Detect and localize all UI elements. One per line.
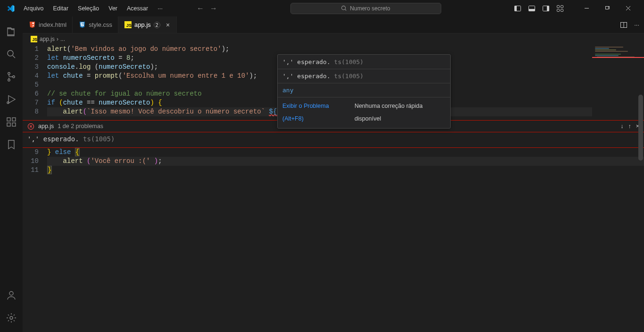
hover-view-problem-link[interactable]: Exibir o Problema (Alt+F8)	[282, 100, 348, 125]
peek-body: ',' esperado. ts(1005)	[23, 132, 644, 148]
svg-rect-11	[561, 9, 563, 11]
nav-history: ← →	[197, 4, 217, 13]
tab-label: app.js	[134, 21, 151, 28]
breadcrumb-rest: ...	[60, 36, 65, 42]
vertical-scrollbar[interactable]	[637, 33, 644, 332]
tab-error-count: 2	[154, 22, 160, 28]
peek-prev-icon[interactable]: ↑	[628, 123, 631, 130]
activity-run-debug[interactable]	[0, 88, 23, 111]
menu-arquivo[interactable]: Arquivo	[20, 3, 47, 14]
tabs-row: index.html style.css JS app.js 2 × ···	[23, 16, 644, 33]
svg-rect-5	[529, 9, 535, 11]
hover-widget: ',' esperado. ts(1005) ',' esperado. ts(…	[277, 54, 451, 129]
svg-rect-23	[7, 123, 10, 126]
svg-text:JS: JS	[33, 37, 38, 42]
scrollbar-thumb[interactable]	[638, 95, 643, 161]
svg-rect-7	[547, 6, 549, 11]
menu-editar[interactable]: Editar	[49, 3, 72, 14]
peek-file: app.js	[38, 123, 54, 130]
window-minimize[interactable]	[576, 1, 597, 16]
breadcrumb-file: app.js	[40, 36, 55, 42]
activity-source-control[interactable]	[0, 65, 23, 88]
nav-forward-icon[interactable]: →	[210, 4, 217, 13]
svg-point-26	[9, 292, 13, 295]
code-area[interactable]: alert('Bem vindos ao jogo do número secr…	[47, 45, 644, 120]
tab-close-icon[interactable]: ×	[165, 20, 171, 30]
error-icon	[27, 123, 34, 130]
peek-next-icon[interactable]: ↓	[620, 123, 623, 130]
search-icon	[341, 5, 347, 11]
editor-more-icon[interactable]: ···	[634, 21, 639, 28]
nav-back-icon[interactable]: ←	[197, 4, 204, 13]
svg-point-27	[10, 316, 13, 319]
window-controls	[576, 1, 638, 16]
menu-selecao[interactable]: Seleção	[74, 3, 103, 14]
svg-line-1	[345, 9, 346, 10]
svg-rect-8	[557, 5, 560, 8]
activity-account[interactable]	[0, 284, 23, 307]
peek-controls: ↓ ↑ ×	[620, 123, 639, 130]
js-icon: JS	[124, 21, 132, 29]
svg-point-20	[13, 76, 15, 78]
tab-style-css[interactable]: style.css	[73, 16, 118, 33]
css-icon	[78, 21, 86, 29]
hover-error-1: ',' esperado. ts(1005)	[278, 56, 450, 68]
svg-text:JS: JS	[126, 23, 131, 28]
menu-overflow[interactable]: ···	[154, 3, 166, 14]
split-editor-icon[interactable]	[620, 21, 627, 29]
gutter: 1 2 3 4 5 6 7 8	[23, 45, 47, 120]
activity-bottom-group	[0, 284, 23, 329]
layout-right-icon[interactable]	[542, 5, 550, 12]
tab-index-html[interactable]: index.html	[23, 16, 73, 33]
activity-explorer[interactable]	[0, 20, 23, 43]
svg-point-18	[8, 73, 10, 74]
tab-label: style.css	[89, 21, 112, 28]
window-maximize[interactable]	[597, 1, 618, 16]
svg-rect-22	[7, 118, 10, 121]
activity-settings[interactable]	[0, 307, 23, 329]
svg-line-17	[13, 56, 15, 58]
svg-rect-13	[605, 7, 608, 9]
tab-app-js[interactable]: JS app.js 2 ×	[118, 16, 177, 33]
layout-customize-icon[interactable]	[556, 5, 564, 12]
svg-rect-24	[12, 123, 16, 126]
vscode-logo-icon	[7, 4, 15, 13]
activity-bookmarks[interactable]	[0, 133, 23, 156]
gutter: 9 10 11	[23, 148, 47, 332]
peek-count: 1 de 2 problemas	[58, 123, 103, 130]
editor-pane-upper[interactable]: 1 2 3 4 5 6 7 8 alert('Bem vindos ao jog…	[23, 45, 644, 120]
command-center[interactable]: Numero secreto	[290, 3, 441, 14]
layout-bottom-icon[interactable]	[528, 5, 536, 12]
minimap[interactable]	[592, 45, 644, 120]
editor-pane-lower[interactable]: 9 10 11 } else { alert ('Você errou :(' …	[23, 148, 644, 332]
breadcrumb-sep: ›	[57, 36, 58, 42]
editor-group: index.html style.css JS app.js 2 × ··· J…	[23, 16, 644, 332]
menu-acessar[interactable]: Acessar	[123, 3, 152, 14]
svg-point-0	[342, 6, 346, 10]
svg-point-16	[8, 50, 13, 56]
hover-type: any	[282, 87, 293, 94]
svg-point-19	[8, 79, 10, 81]
svg-rect-10	[557, 9, 560, 11]
svg-point-21	[7, 102, 9, 104]
svg-rect-3	[515, 6, 517, 11]
code-area[interactable]: } else { alert ('Você errou :(' ); }	[47, 148, 644, 332]
svg-rect-25	[12, 118, 16, 121]
titlebar-right	[514, 1, 640, 16]
command-center-text: Numero secreto	[350, 5, 390, 12]
tab-label: index.html	[39, 21, 66, 28]
tabs-actions: ···	[615, 16, 644, 33]
hover-no-quickfix: Nenhuma correção rápida disponível	[355, 100, 446, 125]
activity-bar	[0, 16, 23, 332]
title-bar: Arquivo Editar Seleção Ver Acessar ··· ←…	[0, 0, 644, 16]
window-close[interactable]	[618, 1, 638, 16]
activity-search[interactable]	[0, 43, 23, 65]
svg-rect-9	[561, 5, 563, 8]
breadcrumb[interactable]: JS app.js › ...	[23, 33, 644, 45]
js-icon: JS	[30, 35, 38, 43]
menu-ver[interactable]: Ver	[105, 3, 121, 14]
activity-extensions[interactable]	[0, 111, 23, 133]
hover-error-2: ',' esperado. ts(1005)	[278, 70, 450, 82]
html-icon	[28, 21, 36, 29]
layout-left-icon[interactable]	[514, 5, 521, 12]
